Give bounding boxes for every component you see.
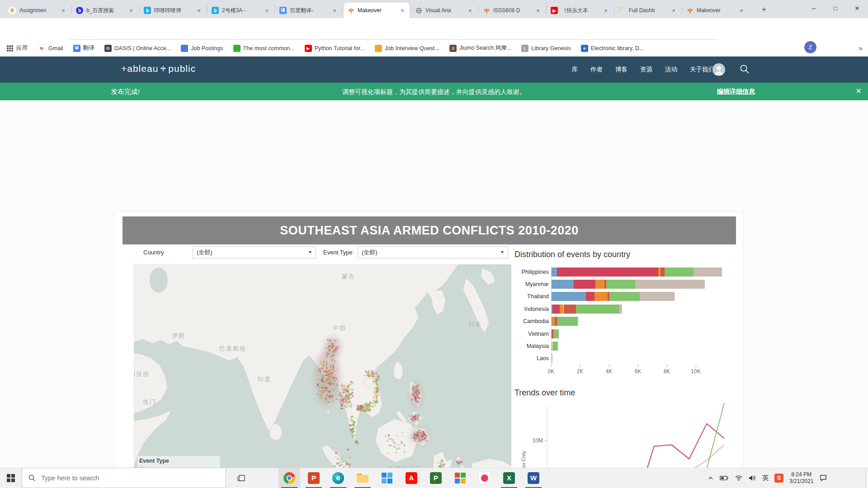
- bookmark-item[interactable]: ▶Python Tutorial for...: [305, 45, 365, 52]
- tab-close-icon[interactable]: ×: [60, 7, 67, 14]
- site-nav-item[interactable]: 关于我们: [690, 66, 714, 74]
- bar-segment[interactable]: [640, 292, 675, 301]
- bar-segment[interactable]: [576, 305, 619, 314]
- bar-segment[interactable]: [557, 317, 577, 326]
- bookmark-item[interactable]: OOASIS | Online Acce...: [104, 45, 171, 52]
- bookmark-item[interactable]: 应用: [6, 44, 28, 52]
- bar-row[interactable]: Indonesia: [514, 303, 731, 315]
- banner-close-icon[interactable]: ✕: [856, 87, 862, 95]
- bar-segment[interactable]: [609, 292, 640, 301]
- taskbar-app-project[interactable]: P: [425, 468, 447, 488]
- taskbar-app-media-app[interactable]: [474, 468, 495, 488]
- taskbar-app-edge[interactable]: e: [327, 468, 349, 488]
- taskbar-search-input[interactable]: [40, 474, 205, 482]
- taskbar-app-excel[interactable]: X: [498, 468, 520, 488]
- taskbar-app-calendar-app[interactable]: [376, 468, 398, 488]
- bar-segment[interactable]: [586, 292, 594, 301]
- tab-close-icon[interactable]: ×: [127, 7, 135, 14]
- wifi-icon[interactable]: [735, 475, 743, 481]
- bookmark-item[interactable]: The most common...: [233, 45, 295, 52]
- tab-close-icon[interactable]: ×: [263, 7, 270, 14]
- window-close-button[interactable]: ✕: [846, 0, 868, 17]
- taskbar-app-word[interactable]: W: [523, 468, 544, 488]
- bar-segment[interactable]: [552, 342, 558, 351]
- task-view-button[interactable]: [231, 468, 252, 488]
- bookmark-item[interactable]: JJiumo Search 鸠摩...: [449, 44, 511, 52]
- bar-row[interactable]: Vietnam: [514, 328, 731, 340]
- bar-segment[interactable]: [665, 267, 693, 277]
- taskbar-search[interactable]: [22, 468, 226, 488]
- bar-row[interactable]: Cambodia: [514, 315, 731, 328]
- taskbar-app-chrome[interactable]: [278, 468, 300, 488]
- site-nav-item[interactable]: 作者: [590, 66, 603, 74]
- bar-segment[interactable]: [574, 280, 595, 289]
- bar-segment[interactable]: [660, 267, 665, 277]
- site-nav-item[interactable]: 博客: [615, 66, 627, 74]
- tab-close-icon[interactable]: ×: [534, 7, 542, 14]
- tableau-public-logo[interactable]: +ableau public: [121, 63, 196, 74]
- site-nav-item[interactable]: 库: [572, 66, 578, 74]
- bar-segment[interactable]: [554, 329, 559, 338]
- browser-tab[interactable]: bb_百度搜索×: [72, 3, 138, 18]
- bookmark-item[interactable]: 译翻译: [73, 44, 94, 52]
- browser-tab[interactable]: BAssignmen×: [5, 3, 71, 18]
- window-maximize-button[interactable]: □: [825, 0, 846, 17]
- taskbar-app-file-explorer[interactable]: [352, 468, 373, 488]
- site-nav-item[interactable]: 活动: [665, 66, 677, 74]
- new-tab-button[interactable]: +: [759, 5, 769, 15]
- tab-close-icon[interactable]: ×: [738, 7, 745, 14]
- taskbar-app-acrobat[interactable]: A: [401, 468, 422, 488]
- bar-segment[interactable]: [693, 267, 722, 277]
- tab-close-icon[interactable]: ×: [602, 7, 609, 14]
- header-search-icon[interactable]: [740, 64, 750, 75]
- browser-tab[interactable]: ▶《快乐大本×: [547, 3, 613, 18]
- bar-segment[interactable]: [560, 305, 563, 314]
- window-minimize-button[interactable]: ─: [803, 0, 825, 17]
- tab-close-icon[interactable]: ×: [195, 7, 203, 14]
- conflict-map[interactable]: 蒙古中国日本伊朗巴基斯坦印度阿拉伯也门印度尼西亚 Event Type Batt…: [134, 264, 511, 488]
- browser-tab[interactable]: 译百度翻译-×: [276, 3, 342, 18]
- bar-segment[interactable]: [552, 354, 552, 363]
- bookmark-item[interactable]: MGmail: [38, 44, 63, 52]
- bar-row[interactable]: Thailand: [514, 291, 731, 303]
- taskbar-clock[interactable]: 8:24 PM 3/21/2021: [789, 471, 813, 485]
- bookmark-item[interactable]: LLibrary Genesis: [521, 45, 571, 52]
- bar-segment[interactable]: [619, 305, 622, 314]
- browser-tab[interactable]: ISSS608 D×: [479, 3, 545, 18]
- bar-segment[interactable]: [606, 280, 635, 289]
- browser-tab[interactable]: b哔哩哔哩弹×: [140, 3, 206, 18]
- user-avatar[interactable]: [712, 63, 725, 76]
- browser-tab[interactable]: Visual Ana×: [411, 3, 477, 18]
- tab-close-icon[interactable]: ×: [467, 7, 474, 14]
- country-filter-dropdown[interactable]: (全部): [193, 246, 316, 258]
- bar-segment[interactable]: [551, 292, 586, 301]
- start-button[interactable]: [0, 468, 22, 488]
- volume-icon[interactable]: [749, 475, 756, 481]
- browser-tab[interactable]: Makeover×: [683, 3, 749, 18]
- edit-details-link[interactable]: 编辑详细信息: [717, 88, 755, 96]
- tab-close-icon[interactable]: ×: [399, 7, 406, 14]
- bookmark-item[interactable]: eElectronic library. D...: [581, 45, 644, 52]
- ime-indicator[interactable]: 英: [762, 474, 769, 482]
- battery-icon[interactable]: [720, 475, 729, 481]
- bar-segment[interactable]: [552, 317, 555, 326]
- taskbar-app-office-hub[interactable]: [449, 468, 471, 488]
- bar-segment[interactable]: [594, 292, 608, 301]
- bar-segment[interactable]: [635, 280, 705, 289]
- taskbar-app-powerpoint[interactable]: P: [303, 468, 325, 488]
- sogou-icon[interactable]: S: [774, 474, 783, 483]
- tray-chevron-up-icon[interactable]: [708, 475, 714, 481]
- bar-segment[interactable]: [577, 317, 578, 326]
- site-nav-item[interactable]: 资源: [640, 66, 652, 74]
- action-center-icon[interactable]: [819, 474, 827, 482]
- bookmark-item[interactable]: Job Postings: [181, 45, 223, 52]
- bar-segment[interactable]: [551, 267, 557, 277]
- browser-tab[interactable]: b2号楼3A -×: [208, 3, 274, 18]
- bar-row[interactable]: Philippines: [514, 266, 731, 278]
- bar-segment[interactable]: [557, 267, 658, 277]
- bar-segment[interactable]: [552, 305, 560, 314]
- bar-segment[interactable]: [551, 280, 574, 289]
- bar-segment[interactable]: [595, 280, 605, 289]
- bar-row[interactable]: Myanmar: [514, 278, 731, 290]
- event-type-filter-dropdown[interactable]: (全部): [358, 246, 508, 258]
